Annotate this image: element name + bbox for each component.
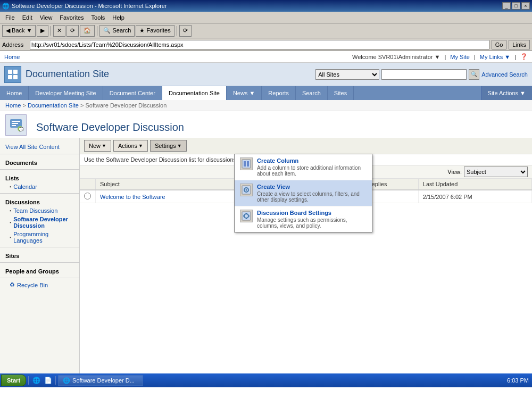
address-bar: Address Go Links bbox=[0, 38, 532, 51]
minimize-button[interactable]: _ bbox=[502, 2, 511, 10]
sp-search-input[interactable] bbox=[381, 69, 467, 80]
nav-tab-reports[interactable]: Reports bbox=[262, 86, 296, 100]
forward-button[interactable]: ▶ bbox=[37, 25, 48, 37]
start-button[interactable]: Start bbox=[1, 375, 26, 386]
actions-dropdown-arrow: ▼ bbox=[138, 143, 143, 148]
bullet-team: ▪ bbox=[10, 208, 11, 213]
home-button[interactable]: 🏠 bbox=[80, 25, 95, 37]
menu-tools[interactable]: Tools bbox=[88, 13, 109, 22]
go-button[interactable]: Go bbox=[492, 40, 507, 49]
col-last-updated[interactable]: Last Updated bbox=[418, 179, 531, 190]
col-subject[interactable]: Subject bbox=[96, 179, 240, 190]
sidebar-item-recycle-bin[interactable]: ♻ Recycle Bin bbox=[0, 280, 79, 289]
nav-tab-document-center[interactable]: Document Center bbox=[103, 86, 162, 100]
favorites-button[interactable]: ★ Favorites bbox=[136, 25, 174, 37]
actions-button-label: Actions bbox=[118, 143, 137, 149]
row-radio-input[interactable] bbox=[84, 193, 91, 200]
sp-navbar: Home Developer Meeting Site Document Cen… bbox=[0, 86, 532, 100]
row-radio[interactable] bbox=[80, 190, 96, 203]
sidebar-item-team-discussion[interactable]: ▪ Team Discussion bbox=[0, 206, 79, 215]
sp-search-button[interactable]: 🔍 bbox=[469, 69, 479, 80]
close-button[interactable]: × bbox=[521, 2, 530, 10]
bullet-software: ▪ bbox=[10, 220, 11, 225]
create-column-text: Create Column Add a column to store addi… bbox=[257, 157, 367, 177]
col-select bbox=[80, 179, 96, 190]
svg-rect-10 bbox=[242, 160, 251, 168]
page-title: Software Developer Discussion bbox=[36, 117, 184, 134]
settings-dropdown-arrow: ▼ bbox=[177, 143, 182, 148]
row-subject[interactable]: Welcome to the Software bbox=[96, 190, 240, 203]
view-label: View: bbox=[447, 169, 462, 175]
menu-view[interactable]: View bbox=[37, 13, 56, 22]
sidebar-item-calendar[interactable]: ▪ Calendar bbox=[0, 182, 79, 191]
taskbar-ie-icon[interactable]: 🌐 bbox=[31, 375, 41, 386]
breadcrumb-home[interactable]: Home bbox=[5, 102, 21, 109]
page-title-area: 💬 Software Developer Discussion bbox=[0, 111, 532, 138]
menu-favorites[interactable]: Favorites bbox=[56, 13, 87, 22]
svg-rect-11 bbox=[244, 161, 246, 167]
sp-search-dropdown[interactable]: All Sites bbox=[315, 69, 379, 80]
board-settings-icon bbox=[240, 210, 253, 222]
welcome-text[interactable]: Welcome SVR01\Administrator ▼ bbox=[352, 54, 440, 60]
nav-tab-sites[interactable]: Sites bbox=[328, 86, 354, 100]
menu-item-board-settings[interactable]: Discussion Board Settings Manage setting… bbox=[235, 206, 372, 232]
create-view-text: Create View Create a view to select colu… bbox=[257, 184, 367, 203]
my-links-link[interactable]: My Links ▼ bbox=[480, 54, 510, 60]
toolbar-separator-2 bbox=[97, 26, 97, 36]
taskbar-separator-2 bbox=[55, 376, 56, 385]
title-bar-left: 🌐 Software Developer Discussion - Micros… bbox=[2, 3, 167, 10]
site-actions-button[interactable]: Site Actions ▼ bbox=[481, 86, 532, 100]
nav-tab-home[interactable]: Home bbox=[0, 86, 29, 100]
taskbar-time: 6:03 PM bbox=[507, 377, 529, 384]
history-button[interactable]: ⟳ bbox=[179, 25, 192, 37]
refresh-button[interactable]: ⟳ bbox=[66, 25, 79, 37]
menu-file[interactable]: File bbox=[2, 13, 18, 22]
subject-link[interactable]: Welcome to the Software bbox=[100, 194, 165, 200]
menu-item-create-column[interactable]: Create Column Add a column to store addi… bbox=[235, 154, 372, 180]
create-view-desc: Create a view to select columns, filters… bbox=[257, 191, 367, 203]
taskbar-doc-icon[interactable]: 📄 bbox=[43, 375, 53, 386]
sidebar-sep-3 bbox=[0, 193, 79, 194]
sp-search-area: All Sites 🔍 Advanced Search bbox=[315, 69, 528, 80]
nav-tab-news[interactable]: News ▼ bbox=[227, 86, 262, 100]
settings-button[interactable]: Settings ▼ bbox=[150, 140, 187, 152]
menu-help[interactable]: Help bbox=[109, 13, 128, 22]
sidebar-sep-6 bbox=[0, 278, 79, 278]
address-input[interactable] bbox=[30, 40, 489, 49]
view-all-content-link[interactable]: View All Site Content bbox=[0, 142, 79, 152]
maximize-button[interactable]: □ bbox=[512, 2, 520, 10]
toolbar-separator-3 bbox=[177, 26, 177, 36]
my-site-link[interactable]: My Site bbox=[450, 54, 470, 60]
main-container: View All Site Content Documents Lists ▪ … bbox=[0, 138, 532, 383]
help-icon[interactable]: ❓ bbox=[520, 53, 528, 60]
breadcrumb-documentation-site[interactable]: Documentation Site bbox=[28, 102, 79, 109]
nav-tab-developer-meeting[interactable]: Developer Meeting Site bbox=[29, 86, 103, 100]
sp-site-title: Documentation Site bbox=[26, 69, 109, 80]
menu-item-create-view[interactable]: Create View Create a view to select colu… bbox=[235, 180, 372, 206]
svg-rect-12 bbox=[247, 161, 249, 167]
svg-rect-6 bbox=[12, 123, 18, 124]
sidebar-sep-1 bbox=[0, 154, 79, 154]
browser-toolbar: ◀ Back ▼ ▶ ✕ ⟳ 🏠 🔍 Search ★ Favorites ⟳ bbox=[0, 23, 532, 38]
search-button[interactable]: 🔍 Search bbox=[99, 25, 135, 37]
sidebar-item-programming[interactable]: ▪ Programming Languages bbox=[0, 230, 79, 245]
row-last-updated: 2/15/2007 6:02 PM bbox=[418, 190, 531, 203]
links-button[interactable]: Links bbox=[509, 40, 530, 49]
stop-button[interactable]: ✕ bbox=[53, 25, 65, 37]
programming-languages-label: Programming Languages bbox=[13, 231, 74, 244]
sp-advanced-search-link[interactable]: Advanced Search bbox=[481, 71, 528, 78]
sidebar-item-software-developer[interactable]: ▪ Software Developer Discussion bbox=[0, 215, 79, 230]
sp-home-link[interactable]: Home bbox=[4, 54, 20, 60]
sp-user-area: Welcome SVR01\Administrator ▼ | My Site … bbox=[352, 53, 528, 60]
title-bar-buttons: _ □ × bbox=[502, 2, 530, 10]
actions-button[interactable]: Actions ▼ bbox=[113, 140, 148, 152]
nav-tab-documentation-site[interactable]: Documentation Site bbox=[162, 86, 227, 100]
taskbar-window-button[interactable]: 🌐 Software Developer D... bbox=[58, 375, 143, 386]
view-select[interactable]: Subject Threaded Flat bbox=[464, 167, 528, 177]
taskbar: Start 🌐 📄 🌐 Software Developer D... 6:03… bbox=[0, 373, 532, 387]
menu-edit[interactable]: Edit bbox=[19, 13, 36, 22]
breadcrumb-current: Software Developer Discussion bbox=[85, 102, 167, 109]
nav-tab-search[interactable]: Search bbox=[296, 86, 328, 100]
back-button[interactable]: ◀ Back ▼ bbox=[2, 25, 36, 37]
new-button[interactable]: New ▼ bbox=[84, 140, 111, 152]
